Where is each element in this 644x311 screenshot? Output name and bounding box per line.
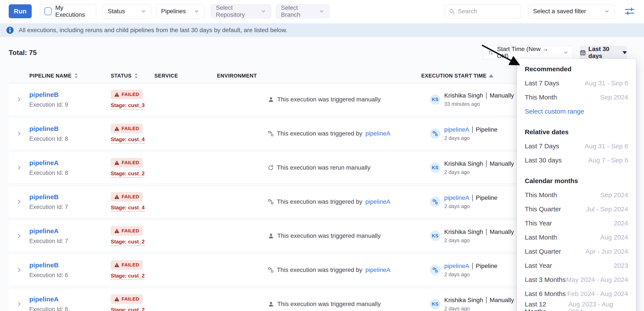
- search-box[interactable]: [445, 4, 521, 18]
- date-option-last-3-months[interactable]: Last 3 Months May 2024 - Aug 2024: [517, 272, 636, 287]
- pipeline-name-link[interactable]: pipelineB: [29, 262, 111, 269]
- caret-down-icon: [622, 51, 627, 54]
- avatar: KS: [430, 231, 440, 241]
- pipeline-name-link[interactable]: pipelineB: [29, 193, 111, 201]
- date-range-label: Last 30 days: [588, 46, 619, 60]
- select-branch-label: Select Branch: [281, 4, 319, 18]
- pipeline-name-link[interactable]: pipelineB: [29, 91, 111, 98]
- date-option-last-month[interactable]: Last Month Aug 2024: [517, 230, 636, 244]
- rerun-icon: [268, 164, 274, 171]
- time-ago: 2 days ago: [444, 169, 514, 175]
- avatar: KS: [430, 94, 440, 105]
- expand-chevron-icon[interactable]: [16, 165, 22, 170]
- status-filter-label: Status: [108, 8, 125, 15]
- expand-chevron-icon[interactable]: [16, 131, 22, 136]
- pipelines-filter-dropdown[interactable]: Pipelines: [156, 4, 204, 18]
- warning-icon: [114, 126, 120, 131]
- my-executions-toggle[interactable]: My Executions: [40, 4, 96, 18]
- search-input[interactable]: [458, 8, 517, 15]
- expand-chevron-icon[interactable]: [16, 267, 22, 273]
- expand-chevron-icon[interactable]: [16, 301, 22, 307]
- expand-chevron-icon[interactable]: [16, 97, 22, 102]
- warning-icon: [114, 92, 120, 97]
- date-option-last-30-days[interactable]: Last 30 days Aug 7 - Sep 6: [517, 153, 636, 167]
- date-option-last-7-days[interactable]: Last 7 Days Aug 31 - Sep 6: [517, 76, 636, 90]
- chevron-down-icon: [563, 50, 569, 56]
- triggered-by-pipeline-link[interactable]: pipelineA: [444, 194, 469, 201]
- status-badge: FAILED: [111, 124, 143, 133]
- expand-chevron-icon[interactable]: [16, 233, 22, 239]
- pipeline-name-link[interactable]: pipelineA: [29, 296, 111, 303]
- pipeline-name-link[interactable]: pipelineB: [29, 125, 111, 132]
- separator: [472, 263, 473, 269]
- separator: [486, 160, 486, 167]
- pipeline-trigger-icon: [268, 199, 274, 205]
- date-option-last-7-days[interactable]: Last 7 Days Aug 31 - Sep 6: [517, 139, 636, 153]
- execution-id: Execution Id: 8: [29, 170, 111, 176]
- sort-both-icon: [134, 73, 138, 79]
- failed-stage-link[interactable]: Stage: cust_2: [111, 307, 144, 311]
- run-button[interactable]: Run: [9, 4, 32, 18]
- time-ago: 2 days ago: [444, 203, 498, 209]
- status-badge: FAILED: [111, 90, 143, 99]
- failed-stage-link[interactable]: Stage: cust_4: [111, 204, 144, 212]
- date-option-custom-range[interactable]: Select custom range: [517, 104, 636, 118]
- failed-stage-link[interactable]: Stage: cust_3: [111, 102, 144, 110]
- failed-stage-link[interactable]: Stage: cust_2: [111, 239, 144, 246]
- date-option-this-year[interactable]: This Year 2024: [517, 216, 636, 230]
- sort-both-icon: [74, 73, 78, 79]
- date-option-last-6-months[interactable]: Last 6 Months Feb 2024 - Aug 2024: [517, 287, 636, 301]
- failed-stage-link[interactable]: Stage: cust_2: [111, 170, 144, 178]
- date-option-last-year[interactable]: Last Year 2023: [517, 258, 636, 272]
- date-option-last-quarter[interactable]: Last Quarter Apr - Jun 2024: [517, 244, 636, 258]
- select-repository-dropdown[interactable]: Select Repository: [211, 4, 271, 18]
- date-range-button[interactable]: Last 30 days: [580, 46, 627, 59]
- trigger-text: This execution was triggered manually: [277, 232, 380, 239]
- trigger-pipeline-link[interactable]: pipelineA: [366, 266, 390, 274]
- date-option-this-month[interactable]: This Month Sep 2024: [517, 188, 636, 202]
- manual-trigger-icon: [268, 96, 274, 103]
- select-branch-dropdown[interactable]: Select Branch: [276, 4, 330, 18]
- sort-dropdown[interactable]: Start Time (New → Old): [483, 46, 573, 59]
- triggered-by-pipeline-link[interactable]: pipelineA: [444, 126, 469, 133]
- date-option-this-month[interactable]: This Month Sep 2024: [517, 90, 636, 104]
- trigger-pipeline-link[interactable]: pipelineA: [366, 198, 390, 205]
- pipeline-name-link[interactable]: pipelineA: [29, 228, 111, 235]
- status-badge: FAILED: [111, 158, 143, 168]
- col-environment: ENVIRONMENT: [217, 73, 268, 79]
- pipeline-name-link[interactable]: pipelineA: [29, 159, 111, 166]
- status-filter-dropdown[interactable]: Status: [103, 4, 151, 18]
- trigger-pipeline-link[interactable]: pipelineA: [366, 130, 390, 137]
- status-badge: FAILED: [111, 226, 143, 236]
- chevron-down-icon: [194, 8, 199, 14]
- separator: [472, 194, 473, 201]
- col-pipeline-name[interactable]: PIPELINE NAME: [29, 73, 111, 79]
- pipeline-icon: [432, 199, 438, 204]
- pipeline-avatar: [430, 196, 440, 207]
- execution-id: Execution Id: 8: [29, 136, 111, 142]
- my-executions-checkbox[interactable]: [44, 8, 52, 15]
- warning-icon: [114, 160, 120, 165]
- time-ago: 2 days ago: [444, 135, 498, 141]
- trigger-method: Manually: [490, 297, 514, 304]
- saved-filter-dropdown[interactable]: Select a saved filter: [528, 4, 615, 18]
- trigger-method: Pipeline: [476, 194, 498, 201]
- execution-id: Execution Id: 6: [29, 272, 111, 279]
- date-option-last-12-months[interactable]: Last 12 Months Aug 2023 - Aug 2024: [517, 301, 636, 311]
- expand-chevron-icon[interactable]: [16, 199, 22, 204]
- warning-icon: [114, 297, 120, 302]
- failed-stage-link[interactable]: Stage: cust_4: [111, 136, 144, 144]
- col-status[interactable]: STATUS: [111, 73, 154, 79]
- trigger-method: Pipeline: [476, 126, 498, 133]
- filter-settings-icon[interactable]: [624, 6, 635, 17]
- triggered-by-pipeline-link[interactable]: pipelineA: [444, 262, 469, 270]
- execution-id: Execution Id: 9: [29, 102, 111, 108]
- saved-filter-label: Select a saved filter: [533, 8, 586, 15]
- total-count: Total: 75: [9, 49, 37, 57]
- failed-stage-link[interactable]: Stage: cust_2: [111, 273, 144, 280]
- execution-id: Execution Id: 7: [29, 238, 111, 244]
- select-repository-label: Select Repository: [216, 4, 260, 18]
- trigger-method: Manually: [490, 92, 514, 99]
- sort-label: Start Time (New → Old): [497, 46, 560, 60]
- date-option-this-quarter[interactable]: This Quarter Jul - Sep 2024: [517, 202, 636, 216]
